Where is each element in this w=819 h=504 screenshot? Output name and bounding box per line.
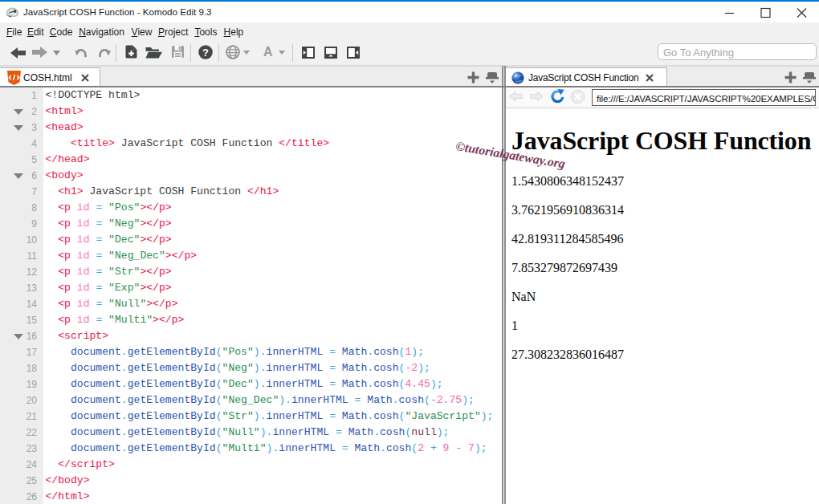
svg-text:?: ? [202, 47, 209, 59]
